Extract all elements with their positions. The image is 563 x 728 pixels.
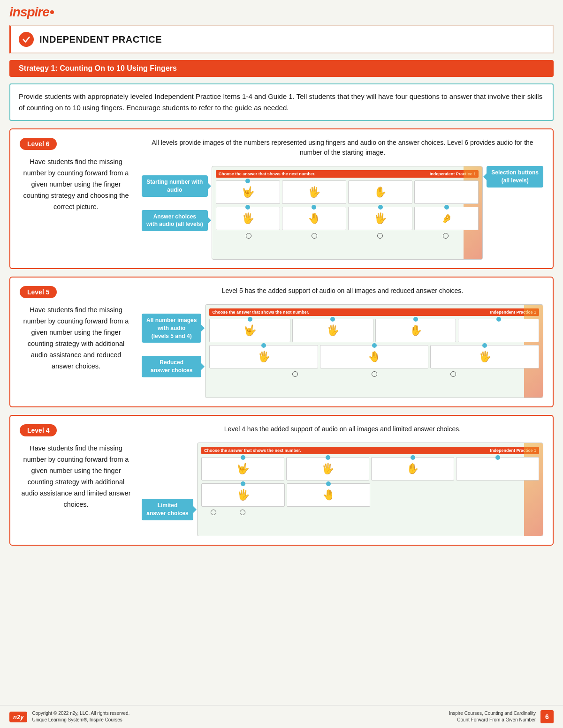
level-6-left: Level 6 Have students find the missing n… xyxy=(20,138,132,260)
level-5-practice-area: All number imageswith audio(levels 5 and… xyxy=(142,304,543,398)
ws-cell-7: 🖐 xyxy=(348,207,412,230)
l4-cell-5: 🖐 xyxy=(201,483,285,507)
cell-wrap-2: 🖐 xyxy=(282,180,346,204)
level-4-card: Level 4 Have students find the missing n… xyxy=(9,415,554,546)
l4-cell-2: 🖐 xyxy=(286,457,369,480)
check-circle-icon xyxy=(19,32,34,47)
l4-radio-2[interactable] xyxy=(240,510,245,515)
intro-text: Provide students with appropriately leve… xyxy=(19,91,544,113)
level-6-description: Have students find the missing number by… xyxy=(20,157,132,213)
level-5-badge: Level 5 xyxy=(20,286,57,298)
level-5-radio-row xyxy=(209,371,539,377)
footer-logo: n2y xyxy=(9,712,27,722)
l4-ws-cell-2: 🖐 xyxy=(286,457,369,480)
level-4-worksheet-header: Choose the answer that shows the next nu… xyxy=(201,447,539,454)
level-5-right: Level 5 has the added support of audio o… xyxy=(142,286,543,398)
level-5-callout-2: Reducedanswer choices xyxy=(142,356,201,377)
l4-cell-4 xyxy=(456,457,539,480)
l5-cell-1: 🤟 xyxy=(209,319,290,342)
logo-dot xyxy=(50,10,54,14)
content-area: Level 6 Have students find the missing n… xyxy=(9,128,554,546)
level-5-description: Have students find the missing number by… xyxy=(20,305,132,372)
l4-radio-1[interactable] xyxy=(211,510,216,515)
level-4-right: Level 4 has the added support of audio o… xyxy=(142,424,543,536)
cell-wrap-4 xyxy=(414,180,479,204)
l4-ws-cell-4 xyxy=(456,457,539,480)
cell-wrap-8: 🤌 xyxy=(414,207,479,230)
audio-dot-6 xyxy=(312,205,316,210)
level-4-left: Level 4 Have students find the missing n… xyxy=(20,424,132,536)
l5-radio-3[interactable] xyxy=(450,371,456,377)
cell-wrap-3: ✋ xyxy=(348,180,412,204)
audio-dot-1 xyxy=(245,179,250,183)
footer-left: n2y Copyright © 2022 n2y, LLC. All right… xyxy=(9,710,129,723)
level-5-top-grid: 🤟 🖐 ✋ xyxy=(209,319,539,342)
footer-right: Inspire Courses, Counting and Cardinalit… xyxy=(449,710,536,723)
radio-3[interactable] xyxy=(377,233,383,239)
l5-ws-cell-4 xyxy=(458,319,539,342)
level-5-bottom-grid: 🖐 🤚 🖐 xyxy=(209,345,539,368)
level-4-worksheet: Choose the answer that shows the next nu… xyxy=(197,443,543,536)
footer-right-line2: Count Forward From a Given Number xyxy=(449,717,536,723)
l5-cell-7: 🖐 xyxy=(430,345,539,368)
l5-cell-3: ✋ xyxy=(375,319,456,342)
l4-audio-3 xyxy=(411,455,415,460)
l4-audio-6 xyxy=(326,481,331,486)
l5-cell-2: 🖐 xyxy=(292,319,373,342)
l4-cell-6: 🤚 xyxy=(287,483,370,507)
level-6-callout-2: Answer choiceswith audio (all levels) xyxy=(142,210,208,232)
radio-1[interactable] xyxy=(246,233,251,239)
level-6-right-callout: Selection buttons(all levels) xyxy=(487,166,543,188)
l5-audio-5 xyxy=(261,343,266,348)
level-4-note: Level 4 has the added support of audio o… xyxy=(142,424,543,434)
strategy-label: Strategy 1: Counting On to 10 Using Fing… xyxy=(19,64,177,72)
l4-ws-cell-5: 🖐 xyxy=(201,483,285,507)
level-5-callout-labels: All number imageswith audio(levels 5 and… xyxy=(142,304,201,377)
radio-2[interactable] xyxy=(312,233,317,239)
l5-ws-cell-5: 🖐 xyxy=(209,345,318,368)
l5-ws-cell-1: 🤟 xyxy=(209,319,290,342)
l5-radio-1[interactable] xyxy=(292,371,298,377)
strategy-bar: Strategy 1: Counting On to 10 Using Fing… xyxy=(9,60,554,77)
audio-dot-5 xyxy=(245,205,250,210)
level-4-badge: Level 4 xyxy=(20,424,57,436)
ws-cell-1: 🤟 xyxy=(216,180,280,204)
l5-audio-7 xyxy=(482,343,487,348)
level-5-worksheet: Choose the answer that shows the next nu… xyxy=(205,304,543,398)
level-4-practice-area: Limitedanswer choices Choose the answer … xyxy=(142,443,543,536)
ws-cell-5: 🖐 xyxy=(216,207,280,230)
section-header: INDEPENDENT PRACTICE xyxy=(9,25,554,53)
l4-audio-2 xyxy=(326,455,330,460)
ws-cell-4 xyxy=(414,180,479,204)
logo: inspire xyxy=(9,5,54,20)
level-4-top-grid: 🤟 🖐 ✋ xyxy=(201,457,539,480)
l4-audio-4 xyxy=(495,455,500,460)
cell-wrap-7: 🖐 xyxy=(348,207,412,230)
page-number: 6 xyxy=(540,710,554,723)
level-6-right-label: Selection buttons(all levels) xyxy=(487,166,543,192)
footer: n2y Copyright © 2022 n2y, LLC. All right… xyxy=(0,705,563,728)
radio-4[interactable] xyxy=(443,233,449,239)
logo-text: inspire xyxy=(9,5,49,20)
l5-radio-2[interactable] xyxy=(372,371,377,377)
intro-box: Provide students with appropriately leve… xyxy=(9,83,554,121)
level-5-worksheet-header: Choose the answer that shows the next nu… xyxy=(209,308,539,316)
level-4-description: Have students find the missing number by… xyxy=(20,443,132,510)
footer-right-block: Inspire Courses, Counting and Cardinalit… xyxy=(449,710,554,723)
level-5-card: Level 5 Have students find the missing n… xyxy=(9,277,554,407)
l4-ws-cell-3: ✋ xyxy=(371,457,454,480)
l5-cell-4 xyxy=(458,319,539,342)
worksheet-bottom-grid: 🖐 🤚 🖐 🤌 xyxy=(216,207,479,230)
level-6-callout-labels: Starting number withaudio Answer choices… xyxy=(142,166,208,231)
level-4-radio-row xyxy=(201,510,370,515)
ws-cell-8: 🤌 xyxy=(414,207,479,230)
l5-ws-cell-2: 🖐 xyxy=(292,319,373,342)
audio-dot-8 xyxy=(444,205,449,210)
l5-audio-3 xyxy=(413,317,418,322)
l5-ws-cell-3: ✋ xyxy=(375,319,456,342)
l5-ws-cell-7: 🖐 xyxy=(430,345,539,368)
level-6-card: Level 6 Have students find the missing n… xyxy=(9,128,554,269)
ws-cell-6: 🤚 xyxy=(282,207,346,230)
level-5-callout-1: All number imageswith audio(levels 5 and… xyxy=(142,314,201,343)
page-header: inspire xyxy=(0,0,563,20)
